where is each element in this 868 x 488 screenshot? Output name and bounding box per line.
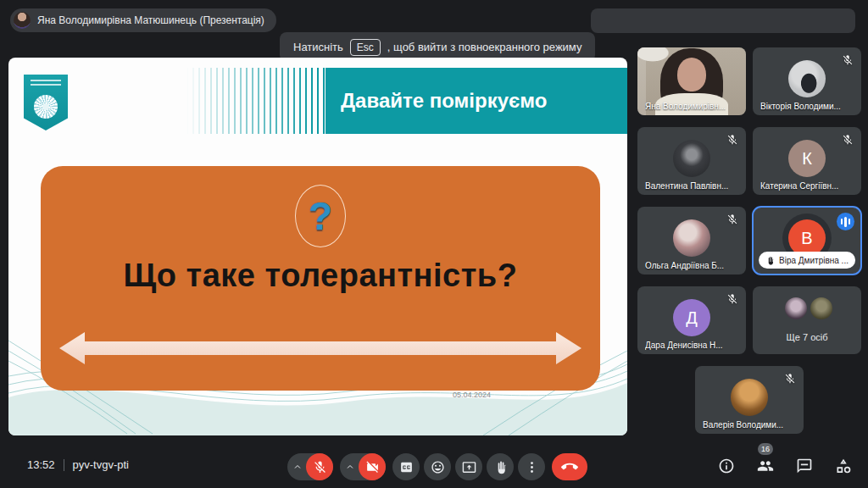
chat-button[interactable] [792,453,817,479]
double-arrow [58,329,583,368]
reactions-button[interactable] [424,453,451,480]
participants-button[interactable]: 16 [753,453,778,479]
avatar [788,60,826,97]
people-icon [757,458,774,474]
slide-question-text: Що таке толерантність? [41,258,600,294]
call-end-icon [561,458,578,475]
activities-button[interactable] [831,453,856,479]
esc-keycap: Esc [350,39,381,56]
meeting-code: pyv-tvgv-pti [73,458,129,471]
question-mark-circle: ? [295,185,346,247]
question-box: ? Що таке толерантність? [41,166,600,391]
info-icon [718,458,735,474]
mic-off-icon [726,214,738,225]
camera-control-group[interactable] [340,453,386,480]
captions-icon [399,460,414,474]
participant-tile-kateryna[interactable]: К Катерина Сергіївн... [753,127,861,195]
mic-off-icon [842,54,854,66]
letter-avatar: К [788,140,826,177]
presenter-avatar [14,12,31,29]
participant-name: Ольга Андріївна Б... [645,261,724,270]
participant-tile-yana[interactable]: Яна Володимирівн... [637,47,746,115]
raised-hand-pill: Віра Дмитрівна ... [759,252,855,269]
participant-name: Валентина Павлівн... [645,181,728,191]
camera-options-chevron-icon[interactable] [345,462,355,472]
notification-bar [591,8,855,33]
camera-off-button[interactable] [359,453,386,480]
avatar [810,297,832,319]
avatar [673,219,710,257]
mic-off-icon [784,373,796,385]
meet-window: Яна Володимирівна Матюшинець (Презентаці… [0,0,868,488]
question-mark: ? [309,193,332,239]
hand-icon [493,460,508,474]
overflow-avatars [785,297,832,319]
presenter-chip: Яна Володимирівна Матюшинець (Презентаці… [10,8,276,32]
school-logo [24,75,68,130]
clock-time: 13:52 [27,458,55,471]
avatar [731,379,768,416]
participant-tile-olha[interactable]: Ольга Андріївна Б... [637,207,746,274]
meeting-details-button[interactable] [714,453,739,479]
raise-hand-button[interactable] [487,453,514,480]
mic-options-chevron-icon[interactable] [292,462,303,472]
logo-emblem [34,95,58,119]
raised-hand-icon [765,256,775,265]
chat-icon [796,458,813,474]
participant-count-badge: 16 [758,443,773,455]
letter-avatar: Д [673,299,710,336]
participant-name: Яна Володимирівн... [645,102,726,111]
participant-tile-viktoria[interactable]: Вікторія Володими... [753,47,861,115]
slide-date: 05.04.2024 [453,391,491,399]
mic-control-group[interactable] [287,453,333,480]
mic-off-icon [726,134,738,146]
toast-text-before: Натисніть [293,41,343,53]
more-people-label: Ще 7 осіб [753,332,861,342]
captions-button[interactable] [392,453,420,480]
participant-name: Вікторія Володими... [760,102,841,111]
mic-muted-button[interactable] [306,453,333,480]
participant-tile-valeriia[interactable]: Валерія Володими... [695,366,804,434]
three-dots-icon [525,460,539,474]
participant-tile-valentyna[interactable]: Валентина Павлівн... [637,127,746,195]
slide-header-band: Давайте поміркуємо [326,68,627,134]
camera-off-icon [365,460,380,474]
toast-text-after: , щоб вийти з повноекранного режиму [387,41,582,53]
present-screen-button[interactable] [455,453,482,480]
audio-activity-icon [837,213,854,230]
participant-tile-vira-active-speaker[interactable]: В Віра Дмитрівна ... [753,207,861,274]
present-icon [462,460,476,474]
participant-tile-dara[interactable]: Д Дара Денисівна Н... [637,286,746,354]
slide-header-title: Давайте поміркуємо [326,89,547,113]
meeting-meta: 13:52 pyv-tvgv-pti [27,458,129,471]
call-controls [287,453,587,480]
slide-header-stripes [186,68,326,134]
avatar [673,140,710,177]
end-call-button[interactable] [552,453,587,480]
presenter-chip-label: Яна Володимирівна Матюшинець (Презентаці… [37,14,264,26]
more-options-button[interactable] [518,453,545,480]
participant-name: Віра Дмитрівна ... [779,256,849,265]
activities-shapes-icon [835,458,852,474]
participant-name: Дара Денисівна Н... [645,341,723,350]
meta-divider [64,459,64,471]
mic-off-icon [726,293,738,305]
mic-off-icon [313,460,327,474]
participant-name: Катерина Сергіївн... [760,181,838,191]
presentation-slide: Давайте поміркуємо ? Що таке толерантніс [8,58,627,435]
panel-buttons: 16 [714,453,856,479]
participant-name: Валерія Володими... [703,420,783,430]
more-participants-tile[interactable]: Ще 7 осіб [753,286,861,354]
mic-off-icon [842,134,854,146]
smiley-icon [431,460,445,474]
avatar [785,297,807,319]
